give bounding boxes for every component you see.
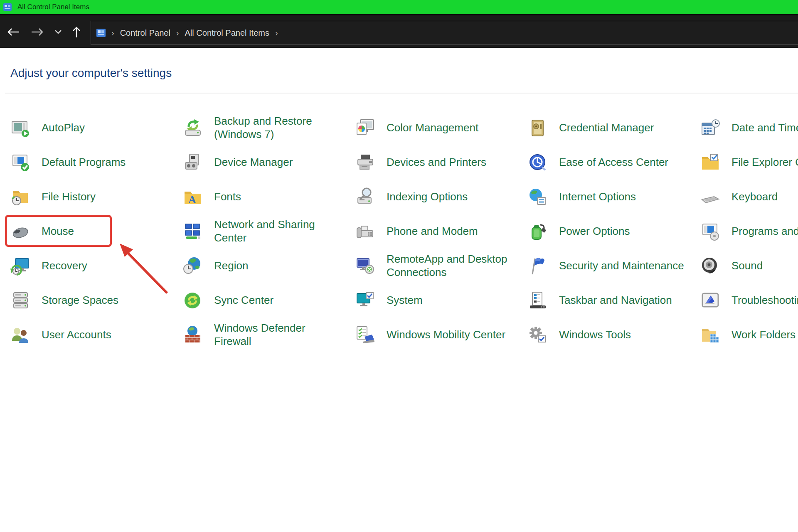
control-panel-icon	[96, 29, 106, 37]
autoplay-icon	[10, 118, 30, 138]
item-credential-manager[interactable]: Credential Manager	[528, 118, 700, 138]
device-manager-icon	[183, 153, 203, 172]
item-label: Devices and Printers	[387, 156, 486, 169]
credential-manager-icon	[528, 118, 548, 138]
internet-options-icon	[528, 187, 548, 207]
file-history-icon	[10, 187, 30, 207]
up-arrow-icon	[71, 26, 81, 38]
item-label: Storage Spaces	[42, 294, 118, 307]
item-security-maintenance[interactable]: Security and Maintenance	[528, 256, 700, 276]
navigation-bar: › Control Panel › All Control Panel Item…	[0, 14, 798, 48]
breadcrumb-chevron-icon: ›	[274, 28, 279, 38]
item-sync-center[interactable]: Sync Center	[183, 291, 355, 310]
recent-pages-button[interactable]	[51, 25, 66, 39]
item-taskbar[interactable]: Taskbar and Navigation	[528, 291, 700, 310]
item-fonts[interactable]: AFonts	[183, 187, 355, 207]
chevron-down-icon	[54, 30, 62, 34]
item-ease-of-access[interactable]: Ease of Access Center	[528, 153, 700, 172]
item-label: User Accounts	[42, 328, 111, 341]
item-file-history[interactable]: File History	[10, 187, 183, 207]
window-title: All Control Panel Items	[17, 3, 89, 11]
item-defender-firewall[interactable]: Windows Defender Firewall	[183, 322, 355, 347]
item-label: Ease of Access Center	[559, 156, 668, 169]
item-system[interactable]: System	[355, 291, 528, 310]
item-keyboard[interactable]: Keyboard	[700, 187, 798, 207]
item-label: RemoteApp and Desktop Connections	[387, 253, 513, 278]
item-work-folders[interactable]: Work Folders	[700, 325, 798, 345]
address-bar[interactable]: › Control Panel › All Control Panel Item…	[91, 21, 798, 45]
color-management-icon	[355, 118, 375, 138]
item-label: Keyboard	[732, 190, 778, 203]
item-label: Default Programs	[42, 156, 126, 169]
breadcrumb-chevron-icon: ›	[111, 28, 115, 38]
control-panel-window: All Control Panel Items	[0, 0, 798, 532]
item-file-explorer-options[interactable]: File Explorer O	[700, 153, 798, 172]
item-remoteapp[interactable]: RemoteApp and Desktop Connections	[355, 253, 528, 278]
file-explorer-options-icon	[700, 153, 720, 172]
remoteapp-icon	[355, 256, 375, 276]
item-label: Device Manager	[214, 156, 293, 169]
item-autoplay[interactable]: AutoPlay	[10, 118, 183, 138]
item-programs-features[interactable]: Programs and	[700, 222, 798, 241]
item-date-time[interactable]: Date and Time	[700, 118, 798, 138]
windows-tools-icon	[528, 325, 548, 345]
system-icon	[355, 291, 375, 310]
item-internet-options[interactable]: Internet Options	[528, 187, 700, 207]
item-sound[interactable]: Sound	[700, 256, 798, 276]
item-power-options[interactable]: Power Options	[528, 222, 700, 241]
breadcrumb-item-all-control-panel-items[interactable]: All Control Panel Items	[185, 28, 269, 38]
back-button[interactable]	[6, 25, 21, 39]
item-label: Windows Tools	[559, 328, 631, 341]
svg-text:A: A	[188, 194, 196, 206]
item-backup-restore[interactable]: Backup and Restore (Windows 7)	[183, 115, 355, 140]
item-label: File History	[42, 190, 96, 203]
item-label: Indexing Options	[387, 190, 468, 203]
item-device-manager[interactable]: Device Manager	[183, 153, 355, 172]
sound-icon	[700, 256, 720, 276]
item-devices-printers[interactable]: Devices and Printers	[355, 153, 528, 172]
security-maintenance-icon	[528, 256, 548, 276]
item-region[interactable]: Region	[183, 256, 355, 276]
item-color-management[interactable]: Color Management	[355, 118, 528, 138]
sync-center-icon	[183, 291, 203, 310]
page-title: Adjust your computer's settings	[10, 66, 172, 80]
item-label: Work Folders	[732, 328, 796, 341]
item-user-accounts[interactable]: User Accounts	[10, 325, 183, 345]
mobility-center-icon	[355, 325, 375, 345]
item-label: File Explorer O	[732, 156, 798, 169]
highlight-box	[5, 215, 112, 247]
phone-modem-icon	[355, 222, 375, 241]
item-default-programs[interactable]: Default Programs	[10, 153, 183, 172]
user-accounts-icon	[10, 325, 30, 345]
breadcrumb-chevron-icon: ›	[175, 28, 180, 38]
item-windows-tools[interactable]: Windows Tools	[528, 325, 700, 345]
item-label: Security and Maintenance	[559, 259, 684, 272]
item-label: Color Management	[387, 121, 478, 134]
item-network-sharing[interactable]: Network and Sharing Center	[183, 218, 355, 244]
work-folders-icon	[700, 325, 720, 345]
programs-features-icon	[700, 222, 720, 241]
item-troubleshooting[interactable]: Troubleshootin	[700, 291, 798, 310]
item-label: Troubleshootin	[732, 294, 798, 307]
item-indexing-options[interactable]: Indexing Options	[355, 187, 528, 207]
item-label: Sound	[732, 259, 763, 272]
back-arrow-icon	[7, 27, 20, 37]
fonts-icon: A	[183, 187, 203, 207]
item-label: Fonts	[214, 190, 241, 203]
item-label: Backup and Restore (Windows 7)	[214, 115, 341, 140]
indexing-options-icon	[355, 187, 375, 207]
up-button[interactable]	[69, 25, 84, 39]
forward-button[interactable]	[30, 25, 45, 39]
ease-of-access-icon	[528, 153, 548, 172]
recovery-icon	[10, 256, 30, 276]
item-label: AutoPlay	[42, 121, 85, 134]
item-phone-modem[interactable]: Phone and Modem	[355, 222, 528, 241]
window-titlebar: All Control Panel Items	[0, 0, 798, 14]
breadcrumb-item-control-panel[interactable]: Control Panel	[120, 28, 170, 38]
item-mobility-center[interactable]: Windows Mobility Center	[355, 325, 528, 345]
item-label: Date and Time	[732, 121, 798, 134]
item-label: Region	[214, 259, 248, 272]
divider	[5, 93, 798, 94]
item-label: Network and Sharing Center	[214, 218, 341, 244]
forward-arrow-icon	[31, 27, 44, 37]
